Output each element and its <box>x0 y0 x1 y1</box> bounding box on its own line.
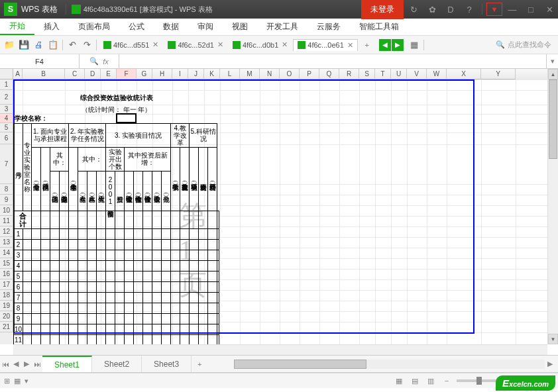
row-header[interactable]: 13 <box>0 237 13 248</box>
row-header[interactable]: 5 <box>0 123 13 132</box>
col-header[interactable]: I <box>172 69 188 79</box>
col-header[interactable]: E <box>101 69 117 79</box>
tab-next-icon[interactable]: ▶ <box>392 39 404 51</box>
row-header[interactable]: 4 <box>0 114 13 123</box>
row-header[interactable]: 19 <box>0 301 13 311</box>
row-header[interactable]: 2 <box>0 90 13 105</box>
row-header[interactable]: 16 <box>0 269 13 279</box>
sheet-tab[interactable]: Sheet1 <box>42 356 92 372</box>
doc-tab[interactable]: 4f6c...d551✕ <box>99 39 162 50</box>
scroll-thumb[interactable] <box>549 79 557 159</box>
menu-cloud[interactable]: 云服务 <box>307 19 350 35</box>
col-header[interactable]: S <box>359 69 375 79</box>
save-icon[interactable]: 💾 <box>17 38 30 52</box>
formula-input[interactable] <box>119 54 546 68</box>
menu-page-layout[interactable]: 页面布局 <box>69 19 119 35</box>
open-icon[interactable]: 📁 <box>3 38 16 52</box>
tab-close-icon[interactable]: ✕ <box>217 40 223 49</box>
col-header[interactable]: J <box>188 69 204 79</box>
help-icon[interactable]: ? <box>461 0 478 19</box>
tab-close-icon[interactable]: ✕ <box>282 40 288 49</box>
add-tab-icon[interactable]: + <box>359 41 375 49</box>
sheet-first-icon[interactable]: ⏮ <box>0 356 11 372</box>
col-header[interactable]: N <box>260 69 280 79</box>
sheet-last-icon[interactable]: ⏭ <box>32 356 42 372</box>
tab-close-icon[interactable]: ✕ <box>347 41 353 50</box>
row-header[interactable]: 20 <box>0 311 13 322</box>
fx-icon[interactable]: fx <box>103 58 109 66</box>
zoom-out-icon[interactable]: − <box>441 375 453 386</box>
row-header[interactable]: 14 <box>0 248 13 258</box>
col-header[interactable]: Q <box>319 69 339 79</box>
view-page-icon[interactable]: ▤ <box>409 375 421 386</box>
grid[interactable]: 第 1 页 综合投资效益验收统计表（统计时间： 年一 年）学校名称：序号专业实验… <box>13 79 547 344</box>
menu-formula[interactable]: 公式 <box>119 19 154 35</box>
row-header[interactable]: 8 <box>0 184 13 195</box>
hscroll-thumb[interactable] <box>234 360 366 369</box>
col-header[interactable]: T <box>375 69 391 79</box>
sheet-next-icon[interactable]: ▶ <box>21 356 32 372</box>
row-header[interactable]: 15 <box>0 258 13 269</box>
vertical-scrollbar[interactable]: ▲ ▼ <box>547 69 558 344</box>
d-icon[interactable]: D <box>442 0 459 19</box>
menu-review[interactable]: 审阅 <box>188 19 223 35</box>
row-header[interactable]: 10 <box>0 205 13 216</box>
col-header[interactable]: G <box>137 69 152 79</box>
tab-close-icon[interactable]: ✕ <box>152 40 158 49</box>
row-header[interactable]: 7 <box>0 144 13 184</box>
menu-start[interactable]: 开始 <box>0 19 34 35</box>
add-sheet-icon[interactable]: + <box>192 356 207 372</box>
select-all-corner[interactable] <box>0 69 13 79</box>
doc-tab-active[interactable]: 4f6c...0e61✕ <box>293 39 357 51</box>
search-icon[interactable]: 🔍 <box>496 40 505 49</box>
col-header[interactable]: R <box>339 69 359 79</box>
doc-tab[interactable]: 4f6c...52d1✕ <box>164 39 227 50</box>
menu-view[interactable]: 视图 <box>223 19 257 35</box>
list-icon[interactable]: ▦ <box>408 38 421 52</box>
print-icon[interactable]: 🖨 <box>32 38 45 52</box>
menu-data[interactable]: 数据 <box>154 19 188 35</box>
maximize-icon[interactable]: □ <box>522 0 539 19</box>
arrow-down-box[interactable]: ▼ <box>486 3 502 16</box>
col-header[interactable]: O <box>280 69 300 79</box>
menu-insert[interactable]: 插入 <box>34 19 69 35</box>
redo-icon[interactable]: ↷ <box>80 38 93 52</box>
scroll-down-icon[interactable]: ▼ <box>548 334 558 344</box>
row-header[interactable]: 21 <box>0 322 13 332</box>
menu-devtools[interactable]: 开发工具 <box>257 19 307 35</box>
col-header[interactable]: W <box>427 69 447 79</box>
col-header[interactable]: M <box>240 69 260 79</box>
col-header[interactable]: C <box>65 69 85 79</box>
row-header[interactable]: 9 <box>0 195 13 205</box>
col-header[interactable]: A <box>13 69 23 79</box>
view-normal-icon[interactable]: ▦ <box>393 375 405 386</box>
row-header[interactable]: 12 <box>0 226 13 237</box>
status-dropdown-icon[interactable]: ▾ <box>25 377 28 385</box>
row-header[interactable]: 11 <box>0 216 13 226</box>
doc-tab[interactable]: 4f6c...d0b1✕ <box>229 39 292 50</box>
zoom-thumb[interactable] <box>476 377 482 385</box>
minimize-icon[interactable]: — <box>504 0 521 19</box>
sheet-tab[interactable]: Sheet2 <box>92 356 142 372</box>
col-header[interactable]: K <box>204 69 220 79</box>
col-header[interactable]: H <box>152 69 172 79</box>
col-header[interactable]: Y <box>481 69 516 79</box>
view-break-icon[interactable]: ▥ <box>425 375 437 386</box>
login-button[interactable]: 未登录 <box>361 0 404 19</box>
expand-fx-icon[interactable]: ▾ <box>546 54 558 68</box>
col-header[interactable]: X <box>447 69 481 79</box>
tab-prev-icon[interactable]: ◀ <box>379 39 391 51</box>
menu-smart-tools[interactable]: 智能工具箱 <box>350 19 408 35</box>
col-header[interactable]: L <box>220 69 240 79</box>
row-header[interactable]: 3 <box>0 105 13 114</box>
row-header[interactable]: 17 <box>0 279 13 290</box>
sheet-tab[interactable]: Sheet3 <box>142 356 192 372</box>
col-header[interactable]: D <box>85 69 101 79</box>
col-header[interactable]: F <box>117 69 137 79</box>
row-header[interactable]: 1 <box>0 79 13 90</box>
scroll-up-icon[interactable]: ▲ <box>548 69 558 79</box>
search-fx-icon[interactable]: 🔍 <box>89 57 99 66</box>
settings-icon[interactable]: ✿ <box>423 0 441 19</box>
undo-icon[interactable]: ↶ <box>66 38 79 52</box>
print-preview-icon[interactable]: 📋 <box>46 38 60 52</box>
